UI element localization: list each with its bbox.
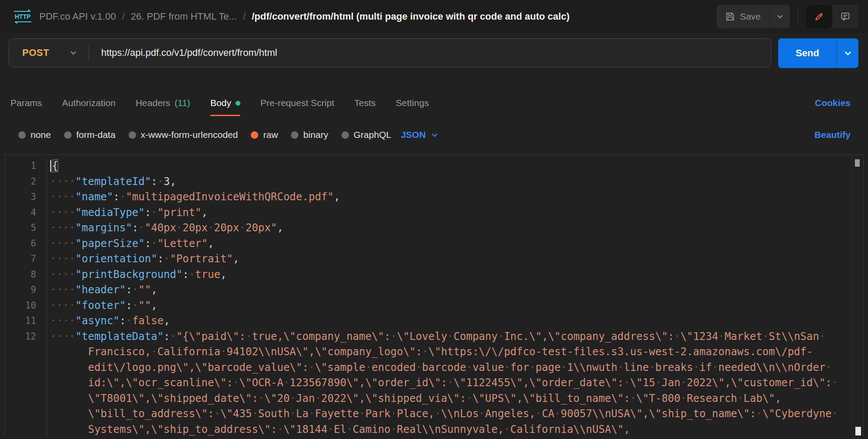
token-key: "margins" xyxy=(75,222,132,234)
token-str: "print" xyxy=(157,206,202,219)
code-line-text[interactable]: ····"templateId":·3, xyxy=(47,174,848,190)
body-mode-x-www-form-urlencoded[interactable]: x-www-form-urlencoded xyxy=(129,130,238,140)
code-line-text[interactable]: ····"footer":·"", xyxy=(47,298,848,314)
code-line-text[interactable]: ····"printBackground":·true, xyxy=(47,267,848,283)
line-number: 12 xyxy=(5,329,47,436)
save-options-button[interactable] xyxy=(770,5,790,28)
breadcrumb-collection[interactable]: PDF.co API v.1.00 xyxy=(39,11,116,22)
line-number: 3 xyxy=(5,189,47,205)
svg-text:HTTP: HTTP xyxy=(15,13,31,20)
top-bar: HTTP PDF.co API v.1.00 / 26. PDF from HT… xyxy=(0,0,868,33)
code-line[interactable]: 12····"templateData":·"{\"paid\":·true,\… xyxy=(5,329,848,436)
radio-icon xyxy=(129,131,136,139)
tab-label: Body xyxy=(210,98,231,108)
url-input[interactable]: https://api.pdf.co/v1/pdf/convert/from/h… xyxy=(89,47,277,58)
method-label: POST xyxy=(22,47,49,58)
tab-settings[interactable]: Settings xyxy=(396,90,429,116)
code-line[interactable]: 6····"paperSize":·"Letter", xyxy=(5,236,848,252)
radio-icon xyxy=(251,131,258,139)
code-line[interactable]: 10····"footer":·"", xyxy=(5,298,848,314)
scrollbar-thumb[interactable] xyxy=(855,159,860,167)
code-line-text[interactable]: ····"paperSize":·"Letter", xyxy=(47,236,848,252)
code-line-text[interactable]: ····"async":·false, xyxy=(47,313,848,329)
documentation-button-group xyxy=(806,5,858,28)
body-editor[interactable]: 1{2····"templateId":·3,3····"name":·"mul… xyxy=(4,154,864,436)
line-number: 1 xyxy=(5,158,47,174)
code-line[interactable]: 7····"orientation":·"Portrait", xyxy=(5,251,848,267)
save-button[interactable]: Save xyxy=(717,5,770,28)
code-line-text[interactable]: ····"name":·"multipagedInvoiceWithQRCode… xyxy=(47,189,848,205)
edit-request-button[interactable] xyxy=(806,5,832,28)
code-lines: 1{2····"templateId":·3,3····"name":·"mul… xyxy=(5,158,863,436)
token-punc: , xyxy=(151,284,157,296)
send-button[interactable]: Send xyxy=(778,38,837,68)
code-line-text[interactable]: ····"margins":·"40px·20px·20px·20px", xyxy=(47,220,848,236)
code-line[interactable]: 9····"header":·"", xyxy=(5,282,848,298)
body-mode-form-data[interactable]: form-data xyxy=(64,130,116,140)
code-line-text[interactable]: ····"mediaType":·"print", xyxy=(47,205,848,221)
code-line-text[interactable]: ····"orientation":·"Portrait", xyxy=(47,251,848,267)
token-key: "templateData" xyxy=(75,330,164,343)
request-tabs: ParamsAuthorizationHeaders(11)BodyPre-re… xyxy=(0,90,868,116)
body-mode-list: noneform-datax-www-form-urlencodedrawbin… xyxy=(18,130,391,140)
body-mode-graphql[interactable]: GraphQL xyxy=(342,130,391,140)
token-str: "Portrait" xyxy=(170,253,233,265)
comments-button[interactable] xyxy=(832,5,858,28)
code-line[interactable]: 8····"printBackground":·true, xyxy=(5,267,848,283)
scrollbar-corner[interactable] xyxy=(855,427,861,436)
chevron-down-icon xyxy=(776,13,784,21)
code-line-text[interactable]: ····"header":·"", xyxy=(47,282,848,298)
token-punc: :· xyxy=(157,253,170,265)
cookies-link[interactable]: Cookies xyxy=(815,98,851,108)
token-punc: , xyxy=(170,175,176,188)
token-str: "40px·20px·20px·20px" xyxy=(145,222,277,234)
body-language-selector[interactable]: JSON xyxy=(401,130,438,140)
code-line-text[interactable]: ····"templateData":·"{\"paid\":·true,\"c… xyxy=(47,329,848,436)
code-line-text[interactable]: { xyxy=(47,158,848,174)
code-line[interactable]: 2····"templateId":·3, xyxy=(5,174,848,190)
body-mode-label: none xyxy=(31,130,51,140)
body-mode-raw[interactable]: raw xyxy=(251,130,278,140)
token-ws: ···· xyxy=(50,268,75,281)
code-line[interactable]: 5····"margins":·"40px·20px·20px·20px", xyxy=(5,220,848,236)
tab-body[interactable]: Body xyxy=(210,90,240,116)
token-key: "orientation" xyxy=(75,253,157,265)
save-button-group: Save xyxy=(717,5,790,28)
line-number: 6 xyxy=(5,236,47,252)
breadcrumb-separator: / xyxy=(122,11,125,22)
tab-tests[interactable]: Tests xyxy=(354,90,376,116)
breadcrumb-folder[interactable]: 26. PDF from HTML Te... xyxy=(131,11,237,22)
tab-params[interactable]: Params xyxy=(10,90,42,116)
token-key: "templateId" xyxy=(75,175,151,188)
request-url-row: POST https://api.pdf.co/v1/pdf/convert/f… xyxy=(9,38,858,68)
token-punc: , xyxy=(151,299,157,312)
token-punc: :· xyxy=(120,315,132,327)
method-selector[interactable]: POST xyxy=(9,39,89,67)
token-ws: ···· xyxy=(50,175,75,188)
code-line[interactable]: 11····"async":·false, xyxy=(5,313,848,329)
radio-icon xyxy=(18,131,26,139)
body-mode-binary[interactable]: binary xyxy=(291,130,328,140)
tab-authorization[interactable]: Authorization xyxy=(62,90,116,116)
body-language-label: JSON xyxy=(401,130,426,140)
code-line[interactable]: 1{ xyxy=(5,158,848,174)
token-ws: ···· xyxy=(50,237,75,250)
tab-label: Authorization xyxy=(62,98,116,108)
send-options-button[interactable] xyxy=(837,38,858,68)
token-punc: :· xyxy=(126,299,138,312)
body-mode-none[interactable]: none xyxy=(18,130,51,140)
tab-pre-request-script[interactable]: Pre-request Script xyxy=(260,90,334,116)
token-ws: ···· xyxy=(50,206,75,219)
http-request-icon: HTTP xyxy=(12,9,33,24)
chevron-down-icon xyxy=(69,49,77,57)
code-line[interactable]: 3····"name":·"multipagedInvoiceWithQRCod… xyxy=(5,189,848,205)
tab-headers[interactable]: Headers(11) xyxy=(136,90,190,116)
scrollbar-track[interactable] xyxy=(851,155,863,436)
token-key: "printBackground" xyxy=(75,268,183,281)
beautify-link[interactable]: Beautify xyxy=(814,130,851,140)
body-mode-row: noneform-datax-www-form-urlencodedrawbin… xyxy=(0,122,868,147)
token-punc: :· xyxy=(132,222,145,234)
token-punc: , xyxy=(208,237,214,250)
token-punc: :· xyxy=(182,268,195,281)
code-line[interactable]: 4····"mediaType":·"print", xyxy=(5,205,848,221)
